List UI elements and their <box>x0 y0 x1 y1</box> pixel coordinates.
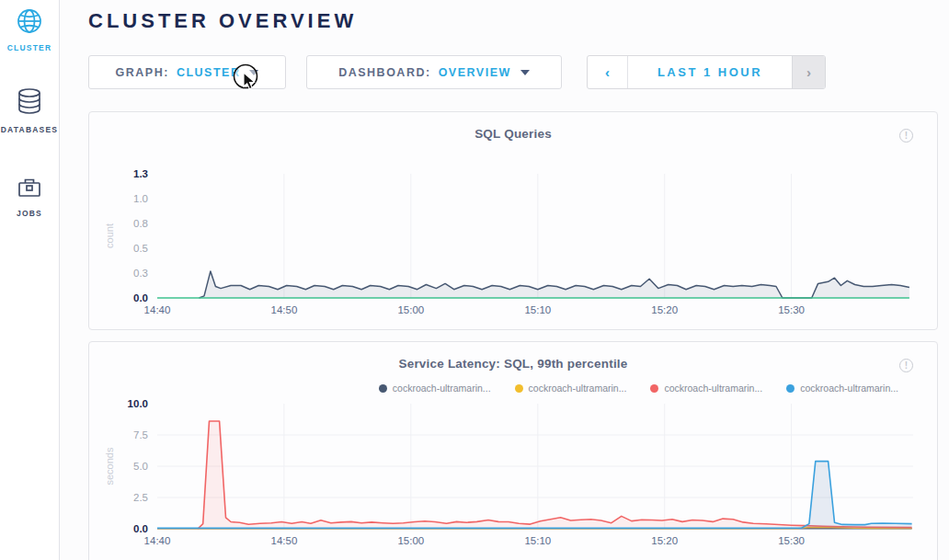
svg-text:0.0: 0.0 <box>133 292 148 303</box>
sidebar-item-cluster[interactable]: CLUSTER <box>0 0 59 52</box>
dashboard-dropdown[interactable]: DASHBOARD: OVERVIEW <box>306 55 562 89</box>
svg-text:0.8: 0.8 <box>133 218 148 229</box>
info-icon[interactable]: ! <box>899 359 913 372</box>
sidebar-item-label: DATABASES <box>0 125 59 134</box>
sidebar: CLUSTER DATABASES JOBS <box>0 0 60 560</box>
legend-item[interactable]: cockroach-ultramarin... <box>786 383 898 394</box>
svg-text:1.0: 1.0 <box>133 193 148 204</box>
briefcase-icon <box>17 188 42 203</box>
chart-title: Service Latency: SQL, 99th percentile <box>89 342 937 371</box>
svg-text:10.0: 10.0 <box>128 398 148 409</box>
legend-dot-icon <box>379 384 387 393</box>
chevron-down-icon <box>249 70 258 75</box>
sidebar-item-jobs[interactable]: JOBS <box>0 167 59 218</box>
legend-item[interactable]: cockroach-ultramarin... <box>650 383 762 394</box>
svg-text:15:10: 15:10 <box>524 535 551 546</box>
time-range-next-button[interactable]: › <box>792 56 825 88</box>
svg-text:15:00: 15:00 <box>397 535 424 546</box>
time-range-prev-button[interactable]: ‹ <box>588 56 628 88</box>
legend-label: cockroach-ultramarin... <box>800 383 898 394</box>
svg-text:5.0: 5.0 <box>133 461 148 472</box>
service-latency-chart: 14:4014:5015:0015:1015:2015:3010.07.55.0… <box>91 394 933 559</box>
sql-queries-chart: 14:4014:5015:0015:1015:2015:301.31.00.80… <box>91 157 933 331</box>
svg-text:0.3: 0.3 <box>133 268 148 279</box>
globe-icon <box>16 22 43 38</box>
svg-text:15:00: 15:00 <box>397 304 424 315</box>
svg-text:14:40: 14:40 <box>144 535 171 546</box>
legend-item[interactable]: cockroach-ultramarin... <box>379 383 491 394</box>
graph-dropdown[interactable]: GRAPH: CLUSTER <box>88 55 286 89</box>
svg-text:0.5: 0.5 <box>133 243 148 254</box>
svg-text:15:20: 15:20 <box>651 304 678 315</box>
svg-text:14:50: 14:50 <box>271 535 298 546</box>
legend-label: cockroach-ultramarin... <box>664 383 762 394</box>
page-title: CLUSTER OVERVIEW <box>88 9 357 33</box>
legend-label: cockroach-ultramarin... <box>529 383 627 394</box>
svg-text:2.5: 2.5 <box>133 492 148 503</box>
svg-text:seconds: seconds <box>104 447 115 485</box>
svg-text:14:50: 14:50 <box>271 304 298 315</box>
dashboard-dropdown-label: DASHBOARD: <box>338 66 430 79</box>
sidebar-item-databases[interactable]: DATABASES <box>0 80 59 134</box>
chevron-down-icon <box>520 70 530 75</box>
sidebar-item-label: JOBS <box>0 209 59 218</box>
legend-dot-icon <box>786 384 795 393</box>
svg-text:15:20: 15:20 <box>651 535 678 546</box>
legend-dot-icon <box>515 384 523 393</box>
svg-text:15:10: 15:10 <box>524 304 551 315</box>
svg-text:14:40: 14:40 <box>144 304 171 315</box>
database-icon <box>16 104 43 120</box>
time-range-selector: ‹ LAST 1 HOUR › <box>587 55 826 89</box>
legend-label: cockroach-ultramarin... <box>393 383 491 394</box>
svg-text:15:30: 15:30 <box>778 535 805 546</box>
legend-dot-icon <box>650 384 658 393</box>
graph-dropdown-label: GRAPH: <box>116 66 169 79</box>
sidebar-item-label: CLUSTER <box>0 43 59 52</box>
chart-title: SQL Queries <box>89 112 937 141</box>
svg-text:count: count <box>104 223 115 248</box>
svg-text:1.3: 1.3 <box>133 168 148 179</box>
graph-dropdown-value: CLUSTER <box>177 66 241 79</box>
svg-text:7.5: 7.5 <box>133 429 148 440</box>
dashboard-dropdown-value: OVERVIEW <box>439 66 511 79</box>
info-icon[interactable]: ! <box>899 129 913 143</box>
svg-text:15:30: 15:30 <box>778 304 805 315</box>
time-range-label[interactable]: LAST 1 HOUR <box>628 56 792 88</box>
svg-text:0.0: 0.0 <box>133 523 148 534</box>
chart-legend: cockroach-ultramarin...cockroach-ultrama… <box>379 383 898 394</box>
sql-queries-panel: SQL Queries ! 14:4014:5015:0015:1015:201… <box>88 111 938 330</box>
service-latency-panel: Service Latency: SQL, 99th percentile ! … <box>88 341 938 560</box>
legend-item[interactable]: cockroach-ultramarin... <box>515 383 627 394</box>
